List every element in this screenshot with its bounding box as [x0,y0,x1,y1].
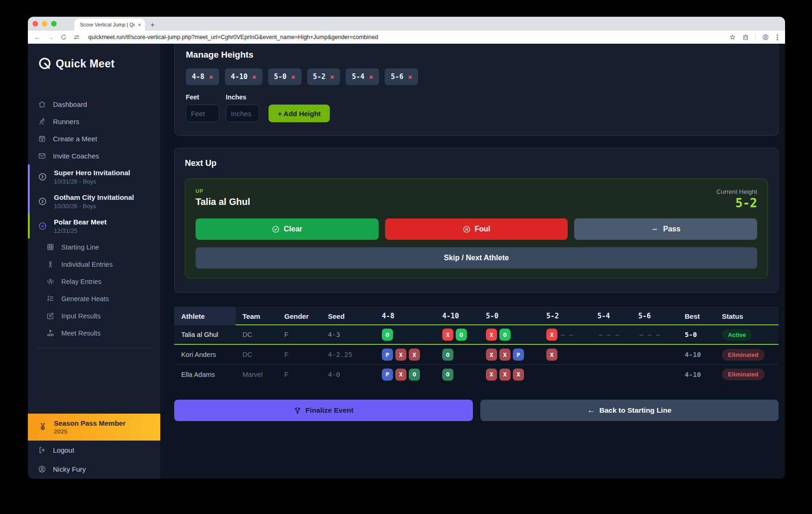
sidebar-item-dashboard[interactable]: Dashboard [28,96,160,113]
attempt-mark-clear: O [456,329,467,341]
browser-tab[interactable]: Score Vertical Jump | Qu × [74,19,145,31]
column-header-best: Best [678,312,715,320]
gender-cell: F [277,331,321,338]
grid-icon [46,243,54,251]
attempt-marks: O [442,369,453,381]
inches-label: Inches [226,93,259,101]
podium-icon [46,329,54,337]
edit-icon [46,312,54,320]
attempt-mark-foul: X [513,369,524,381]
sidebar-subitem-label: Relay Entries [61,278,101,285]
sidebar-subitem-individual-entries[interactable]: Individual Entries [28,256,160,273]
sidebar-meet-super-hero-invitational[interactable]: Super Hero Invitational10/31/26 - Boys [28,165,160,189]
next-up-panel: UP Talia al Ghul Current Height 5-2 [185,178,768,278]
height-chip-5-0: 5-0× [268,68,301,85]
address-bar[interactable]: quickmeet.run/tf/score-vertical-jump.php… [88,34,723,40]
logout-icon [38,446,46,454]
add-height-button[interactable]: + Add Height [268,105,330,122]
attempt-marks: X [546,349,557,361]
close-window-button[interactable] [33,21,38,26]
attempt-marks: ––– [638,331,661,338]
sidebar-meets: Super Hero Invitational10/31/26 - BoysGo… [28,165,160,238]
attempt-marks: O [442,349,453,361]
status-badge: Eliminated [722,369,765,380]
results-table: AthleteTeamGenderSeed4-84-105-05-25-45-6… [174,307,779,384]
feet-input[interactable] [186,105,219,122]
manage-heights-title: Manage Heights [186,50,767,60]
best-cell: 4-10 [678,371,715,378]
sidebar-subitem-generate-heats[interactable]: Generate Heats [28,290,160,307]
zoom-window-button[interactable] [51,21,57,26]
sidebar-subitem-input-results[interactable]: Input Results [28,307,160,324]
sidebar-meet-polar-bear-meet[interactable]: Polar Bear Meet12/31/25 [28,214,160,238]
table-row: Ella AdamsMarvelF4-0PXOOXXX4-10Eliminate… [174,364,779,384]
back-to-starting-line-button[interactable]: ← Back to Starting Line [480,400,779,421]
no-attempt-dash: – [647,331,653,338]
attempt-mark-pass: P [382,349,393,361]
season-pass-year: 2025 [54,428,125,435]
column-header-4-10: 4-10 [435,312,479,320]
foul-button[interactable]: Foul [385,218,568,240]
sidebar-item-runners[interactable]: Runners [28,113,160,130]
status-cell: Eliminated [715,349,779,361]
inches-input[interactable] [226,105,259,122]
column-header-athlete: Athlete [174,307,236,325]
bookmark-star-icon[interactable] [729,34,736,40]
remove-height-icon[interactable]: × [291,73,295,80]
height-chip-5-4: 5-4× [346,68,379,85]
forward-icon[interactable]: → [47,33,54,41]
remove-height-icon[interactable]: × [252,73,256,80]
tab-close-icon[interactable]: × [138,22,141,28]
finalize-event-button[interactable]: Finalize Event [174,400,473,421]
site-settings-icon[interactable] [73,34,80,40]
sidebar-subitem-label: Starting Line [61,244,99,251]
sidebar: Quick Meet DashboardRunnersCreate a Meet… [28,44,160,479]
sidebar-meet-gotham-city-invitational[interactable]: Gotham City Invitational10/30/26 - Boys [28,189,160,214]
height-chip-5-2: 5-2× [307,68,341,85]
sidebar-item-invite-coaches[interactable]: Invite Coaches [28,147,160,165]
sidebar-item-create-a-meet[interactable]: Create a Meet [28,130,160,147]
seed-cell: 4-2.25 [321,351,375,358]
remove-height-icon[interactable]: × [369,73,373,80]
sidebar-subitem-label: Individual Entries [61,261,112,268]
attempt-mark-foul: X [486,349,497,361]
sidebar-divider [37,348,151,349]
remove-height-icon[interactable]: × [209,73,213,80]
home-icon [38,100,46,108]
height-chip-label: 4-8 [192,72,204,81]
attempt-marks: PXX [382,349,420,361]
status-badge: Active [722,329,752,341]
clear-button[interactable]: Clear [196,218,379,240]
sidebar-subitem-meet-results[interactable]: Meet Results [28,324,160,342]
meet-date: 10/30/26 - Boys [54,203,134,210]
attempt-mark-clear: O [499,329,511,341]
extensions-puzzle-icon[interactable] [742,34,749,40]
logout-button[interactable]: Logout [28,441,160,460]
attempts-cell-5-6: ––– [631,331,678,338]
attempt-mark-foul: X [409,349,420,361]
tab-strip: Score Vertical Jump | Qu × + [28,17,785,31]
column-header-5-2: 5-2 [539,312,590,320]
pass-button[interactable]: Pass [574,218,757,240]
back-icon[interactable]: ← [34,33,41,41]
user-account[interactable]: Nicky Fury [28,460,160,479]
team-cell: Marvel [236,371,277,378]
new-tab-button[interactable]: + [151,20,155,28]
attempt-mark-clear: O [382,329,393,341]
reload-icon[interactable] [60,34,67,40]
attempt-marks: O [382,329,393,341]
remove-height-icon[interactable]: × [408,73,412,80]
athlete-name: Ella Adams [174,371,236,378]
sidebar-bottom: Season Pass Member 2025 Logout Nicky Fur… [28,414,160,479]
browser-menu-icon[interactable] [775,34,779,40]
attempt-mark-foul: X [499,349,511,361]
skip-next-athlete-button[interactable]: Skip / Next Athlete [196,247,757,269]
attempt-marks: XO [486,329,511,341]
user-name: Nicky Fury [53,465,86,473]
minimize-window-button[interactable] [42,21,47,26]
attempt-marks: XXX [486,369,524,381]
remove-height-icon[interactable]: × [330,73,334,80]
sidebar-subitem-relay-entries[interactable]: Relay Entries [28,273,160,290]
profile-icon[interactable] [762,34,769,40]
sidebar-subitem-starting-line[interactable]: Starting Line [28,238,160,256]
